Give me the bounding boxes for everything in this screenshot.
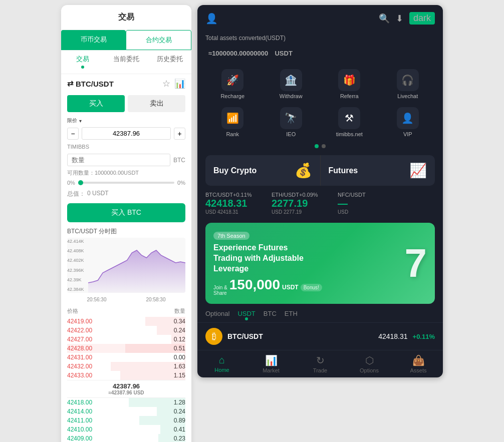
star-icon[interactable]: ☆ <box>162 78 170 89</box>
price-increase-button[interactable]: + <box>174 128 185 140</box>
download-icon[interactable]: ⬇ <box>396 13 403 24</box>
table-row[interactable]: 42419.00 0.34 <box>67 317 185 326</box>
tab-optional[interactable]: Optional <box>205 310 229 320</box>
btc-price: 42418.31 <box>205 198 266 209</box>
price-input-row: − + <box>61 125 191 142</box>
rbn-options[interactable]: ⬡ Options <box>345 354 394 373</box>
dot-2[interactable] <box>322 144 326 148</box>
mr-price: 42418.31 <box>378 332 407 340</box>
rbn-assets[interactable]: 👜 Assets <box>394 354 443 373</box>
action-recharge[interactable]: 🚀 Recharge <box>205 69 260 99</box>
action-referral[interactable]: 🎁 Referra <box>322 69 377 99</box>
quantity-input[interactable] <box>67 154 170 166</box>
price-decrease-button[interactable]: − <box>67 128 79 140</box>
page-title: 交易 <box>61 5 191 30</box>
futures-feature[interactable]: Futures 📈 <box>321 155 435 186</box>
trading-pair: ⇄ BTC/USDT <box>67 79 114 88</box>
rbn-trade[interactable]: ↻ Trade <box>296 354 345 373</box>
table-row[interactable]: 42422.00 0.24 <box>67 326 185 335</box>
action-timibbs[interactable]: ⚒ timibbs.net <box>322 107 377 137</box>
search-icon[interactable]: 🔍 <box>379 13 390 24</box>
quantity-unit: BTC <box>173 157 185 164</box>
promo-banner[interactable]: 7th Season Experience Futures Trading wi… <box>205 223 435 304</box>
available-balance: 可用数量：1000000.00USDT <box>61 168 191 178</box>
action-withdraw[interactable]: 🏦 Withdraw <box>264 69 319 99</box>
recharge-label: Recharge <box>220 93 244 99</box>
slider-thumb <box>78 180 83 185</box>
withdraw-icon: 🏦 <box>280 69 302 91</box>
table-row[interactable]: 42427.00 0.12 <box>67 335 185 344</box>
sell-button[interactable]: 卖出 <box>128 95 185 112</box>
price-input[interactable] <box>82 127 171 140</box>
table-row[interactable]: 42431.00 0.00 <box>67 353 185 362</box>
chart-title: BTC/USDT 分时图 <box>61 225 191 238</box>
slider-bar[interactable] <box>78 182 174 184</box>
eth-pair-label: ETH/USDT+0.09% <box>272 192 332 198</box>
quick-actions-row2: 📶 Rank 🔭 IEO ⚒ timibbs.net 👤 VIP <box>197 103 443 141</box>
promo-number: 7 <box>405 240 427 286</box>
rbn-market[interactable]: 📊 Market <box>246 354 296 373</box>
ticker-eth[interactable]: ETH/USDT+0.09% 2277.19 USD 2277.19 <box>272 192 332 215</box>
action-ieo[interactable]: 🔭 IEO <box>264 107 319 137</box>
page-dots <box>197 141 443 151</box>
livechat-label: Livechat <box>397 93 418 99</box>
promo-bottom: Join &Share 150,000 USDT Bonus! <box>213 277 427 296</box>
total-value: 0 USDT <box>87 190 109 198</box>
buy-button[interactable]: 买入 <box>67 95 125 112</box>
table-row[interactable]: 42433.00 1.15 <box>67 371 185 380</box>
table-row[interactable]: 42418.00 1.28 <box>67 398 185 407</box>
dark-mode-badge[interactable]: dark <box>409 12 435 25</box>
table-row[interactable]: 42411.00 0.89 <box>67 416 185 425</box>
quantity-row: BTC <box>61 152 191 168</box>
tab-usdt[interactable]: USDT <box>237 310 255 320</box>
list-item[interactable]: ₿ BTC/USDT 42418.31 +0.11% <box>197 323 443 350</box>
table-row[interactable]: 42414.00 0.24 <box>67 407 185 416</box>
mr-pair: BTC/USDT <box>227 332 373 340</box>
eth-price: 2277.19 <box>272 198 332 209</box>
table-row[interactable]: 42428.00 0.51 <box>67 344 185 353</box>
rbn-trade-label: Trade <box>313 367 327 373</box>
right-bottom-nav: ⌂ Home 📊 Market ↻ Trade ⬡ Options 👜 Asse… <box>197 350 443 377</box>
promo-season: 7th Season <box>213 232 249 240</box>
buy-btc-button[interactable]: 买入 BTC <box>67 203 185 222</box>
order-book: 价格 数量 42419.00 0.34 42422.00 0.24 42427.… <box>61 305 191 442</box>
promo-amount: 150,000 <box>229 277 280 293</box>
table-row[interactable]: 42432.00 1.63 <box>67 362 185 371</box>
action-rank[interactable]: 📶 Rank <box>205 107 260 137</box>
buy-crypto-feature[interactable]: Buy Crypto 💰 <box>205 155 321 186</box>
rbn-home[interactable]: ⌂ Home <box>197 354 246 373</box>
sub-tab-open[interactable]: 当前委托 <box>105 55 148 72</box>
tab-btc[interactable]: BTC <box>264 310 277 320</box>
ticker-nfc[interactable]: NFC/USDT — USD <box>338 192 398 215</box>
slider-left-label: 0% <box>67 180 75 186</box>
left-panel: 交易 币币交易 合约交易 交易 当前委托 历史委托 ⇄ BTC/USDT ☆ 📊… <box>61 5 191 442</box>
promo-bonus: Bonus! <box>301 284 322 291</box>
chart-icon[interactable]: 📊 <box>174 78 185 89</box>
action-vip[interactable]: 👤 VIP <box>381 107 435 137</box>
table-row[interactable]: 42409.00 0.23 <box>67 434 185 442</box>
tab-futures[interactable]: 合约交易 <box>126 30 191 50</box>
dropdown-icon[interactable]: ▾ <box>79 118 82 124</box>
assets-label: Total assets converted(USDT) <box>205 35 435 42</box>
tab-eth[interactable]: ETH <box>285 310 298 320</box>
assets-value: ≈1000000.00000000 USDT <box>205 44 435 59</box>
total-row: 总值： 0 USDT <box>61 188 191 200</box>
promo-usdt: USDT <box>282 284 299 291</box>
timibbs-label: TIMIBBS <box>61 142 191 152</box>
order-type: 限价 ▾ <box>61 114 191 125</box>
pair-actions: ☆ 📊 <box>162 78 185 89</box>
ticker-btc[interactable]: BTC/USDT+0.11% 42418.31 USD 42418.31 <box>205 192 266 215</box>
sub-tab-history[interactable]: 历史委托 <box>148 55 191 72</box>
rbn-market-icon: 📊 <box>265 354 278 366</box>
table-row[interactable]: 42410.00 0.41 <box>67 425 185 434</box>
ieo-icon: 🔭 <box>280 107 302 129</box>
user-icon[interactable]: 👤 <box>205 13 218 25</box>
btc-pair-label: BTC/USDT+0.11% <box>205 192 266 198</box>
dot-1[interactable] <box>315 144 319 148</box>
tab-spot[interactable]: 币币交易 <box>61 30 126 50</box>
ob-price-header: 价格 <box>67 307 78 315</box>
btc-usd: USD 42418.31 <box>205 209 266 215</box>
buy-crypto-icon: 💰 <box>295 162 312 179</box>
sub-tab-trade[interactable]: 交易 <box>61 55 105 72</box>
action-livechat[interactable]: 🎧 Livechat <box>381 69 435 99</box>
